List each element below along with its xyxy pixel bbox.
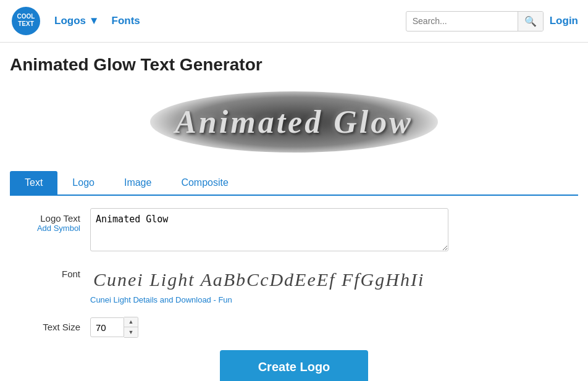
text-size-row: Text Size ▲ ▼ (10, 317, 578, 338)
font-svg-preview[interactable]: Cunei Light AaBbCcDdEeEf FfGgHhIiJjKkLlM… (90, 264, 424, 291)
create-logo-button[interactable]: Create Logo (220, 350, 368, 381)
text-size-input-group: ▲ ▼ (90, 317, 138, 338)
cooltext-logo-icon: COOL TEXT (10, 5, 42, 37)
svg-text:COOL: COOL (17, 13, 35, 20)
nav-fonts[interactable]: Fonts (112, 15, 140, 27)
animated-glow-preview: Animated Glow (150, 91, 438, 153)
svg-text:TEXT: TEXT (18, 20, 34, 27)
page-title: Animated Glow Text Generator (10, 55, 578, 75)
font-row: Font Cunei Light AaBbCcDdEeEf FfGgHhIiJj… (10, 264, 578, 304)
search-button[interactable]: 🔍 (518, 12, 543, 31)
login-link[interactable]: Login (550, 15, 578, 27)
tab-composite[interactable]: Composite (166, 171, 243, 195)
preview-area: Animated Glow (10, 85, 578, 159)
logo-text-row: Logo Text Add Symbol (10, 208, 578, 251)
logo-text-label: Logo Text (40, 208, 80, 224)
text-size-label: Text Size (10, 317, 90, 332)
tab-logo[interactable]: Logo (57, 171, 109, 195)
add-symbol-link[interactable]: Add Symbol (37, 224, 80, 233)
tabs-bar: Text Logo Image Composite (10, 171, 578, 196)
main-content: Animated Glow Text Generator Animated Gl… (0, 43, 588, 381)
tab-text[interactable]: Text (10, 171, 57, 195)
form-area: Logo Text Add Symbol Font Cunei Light Aa… (10, 208, 578, 381)
glow-text: Animated Glow (175, 104, 413, 140)
text-size-input[interactable] (90, 317, 124, 337)
svg-text:Cunei Light AaBbCcDdEeEf FfGgH: Cunei Light AaBbCcDdEeEf FfGgHhIiJjKkLlM… (93, 269, 424, 290)
nav-area: Logos ▼ Fonts (54, 15, 393, 27)
font-details-link[interactable]: Cunei Light Details and Download - Fun (90, 295, 424, 304)
search-area: 🔍 Login (406, 11, 578, 31)
search-icon: 🔍 (524, 16, 537, 27)
spinner-up-button[interactable]: ▲ (124, 317, 138, 327)
spinner-buttons: ▲ ▼ (124, 317, 138, 338)
header: COOL TEXT Logos ▼ Fonts 🔍 Login (0, 0, 588, 43)
search-input[interactable] (406, 12, 518, 30)
logo-text-label-group: Logo Text Add Symbol (10, 208, 90, 233)
nav-logos[interactable]: Logos ▼ (54, 15, 99, 27)
font-label: Font (10, 264, 90, 279)
spinner-down-button[interactable]: ▼ (124, 327, 138, 337)
font-preview-svg: Cunei Light AaBbCcDdEeEf FfGgHhIiJjKkLlM… (90, 264, 424, 291)
site-logo[interactable]: COOL TEXT (10, 5, 42, 37)
font-display-area: Cunei Light AaBbCcDdEeEf FfGgHhIiJjKkLlM… (90, 264, 424, 304)
search-box-container: 🔍 (406, 11, 544, 31)
tab-image[interactable]: Image (109, 171, 166, 195)
logo-text-input[interactable] (90, 208, 448, 251)
